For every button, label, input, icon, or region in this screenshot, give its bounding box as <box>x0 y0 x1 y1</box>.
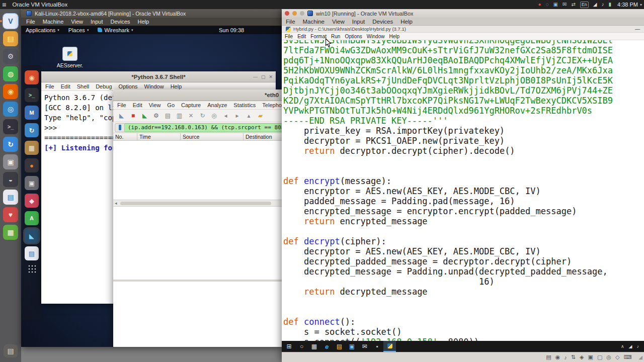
kali-clock[interactable]: Sun 09:38 <box>219 26 244 34</box>
status-keyboard-icon[interactable]: ⌨ <box>623 354 631 360</box>
tray-up-arrow-icon[interactable]: ∧ <box>621 344 624 349</box>
task-view-button[interactable]: ▦ <box>308 341 320 352</box>
horizontal-scrollbar[interactable]: ◂ <box>113 200 282 206</box>
status-mouse-icon[interactable]: ◇ <box>615 354 619 360</box>
reload-icon[interactable]: ↻ <box>197 111 208 121</box>
restart-capture-icon[interactable]: ◣ <box>139 111 150 121</box>
tray-network-icon[interactable]: ◢ <box>629 344 632 349</box>
wireshark-menu-go[interactable]: Go <box>167 102 175 108</box>
wireshark-menu-analyze[interactable]: Analyze <box>207 102 227 108</box>
idle-menu-help[interactable]: Help <box>389 34 399 39</box>
minimize-button[interactable]: — <box>635 26 640 32</box>
desktop-icon-aesserver[interactable]: AESserver. <box>50 47 90 68</box>
kali-dock-terminal[interactable]: >_ <box>25 88 39 102</box>
dock-app-green[interactable]: ◍ <box>3 66 18 81</box>
kali-dock-metasploit[interactable]: M <box>25 106 39 120</box>
kali-dock-app1[interactable]: ▣ <box>25 176 39 190</box>
wireshark-menu-view[interactable]: View <box>149 102 161 108</box>
activities-icon[interactable]: ▦ <box>2 2 7 7</box>
kali-dock-zap[interactable]: A <box>25 211 39 225</box>
kali-dock-wireshark[interactable]: ◣ <box>25 229 39 243</box>
kali-menu-machine[interactable]: Machine <box>43 19 64 25</box>
idle-menu-window[interactable]: Window <box>367 34 385 39</box>
idle-menu-options[interactable]: Options <box>345 34 362 39</box>
win10-window-titlebar[interactable]: win10 [Running] - Oracle VM VirtualBox <box>282 9 644 18</box>
win10-menu-input[interactable]: Input <box>352 19 365 25</box>
wireshark-menu-file[interactable]: File <box>117 102 126 108</box>
wireshark-menu-edit[interactable]: Edit <box>133 102 142 108</box>
dock-tools[interactable]: ⚙ <box>3 49 18 64</box>
packet-list[interactable] <box>113 141 282 200</box>
shell-menu-debug[interactable]: Debug <box>96 83 112 89</box>
go-forward-icon[interactable]: ▸ <box>232 111 243 121</box>
mail-indicator-icon[interactable]: ✉ <box>562 0 567 9</box>
find-packet-icon[interactable]: ◎ <box>209 111 219 121</box>
maximize-button[interactable] <box>300 11 304 16</box>
close-button[interactable] <box>285 11 289 16</box>
idle-menu-format[interactable]: Format <box>310 34 327 39</box>
dock-app-gray[interactable]: ▣ <box>3 154 18 169</box>
kali-dock-texteditor[interactable]: ▤ <box>25 246 39 260</box>
status-recording-icon[interactable]: ◎ <box>606 354 611 360</box>
network-icon[interactable]: ◢ <box>593 0 597 9</box>
shell-menu-file[interactable]: File <box>45 83 54 89</box>
shell-menu-edit[interactable]: Edit <box>61 83 70 89</box>
column-header-no[interactable]: No. <box>113 133 137 140</box>
idle-menu-run[interactable]: Run <box>331 34 340 39</box>
dock-files[interactable]: ▤ <box>3 31 18 46</box>
win10-menu-help[interactable]: Help <box>400 19 413 25</box>
dock-trash[interactable]: ▤ <box>4 344 18 357</box>
keyboard-layout-indicator[interactable]: En <box>580 2 589 8</box>
notification-icon[interactable]: ● <box>538 0 541 9</box>
app-icon[interactable]: ▪ <box>371 341 383 352</box>
kali-window-titlebar[interactable]: Kali-Linux-2018.2-vbox-amd64 [Running] -… <box>21 9 282 18</box>
win10-menu-machine[interactable]: Machine <box>303 19 325 25</box>
panel-places-menu[interactable]: Places▾ <box>64 26 94 34</box>
search-button[interactable]: ○ <box>295 341 308 352</box>
shell-menu-shell[interactable]: Shell <box>77 83 89 89</box>
panel-applications-menu[interactable]: Applications▾ <box>21 26 64 34</box>
status-sharedfolders-icon[interactable]: ▣ <box>588 354 593 360</box>
win10-menu-devices[interactable]: Devices <box>372 19 393 25</box>
shell-menu-help[interactable]: Help <box>171 83 182 89</box>
dock-firefox[interactable]: ◉ <box>3 84 18 99</box>
column-header-source[interactable]: Source <box>181 133 244 140</box>
indicator-icon-2[interactable]: ▣ <box>553 0 558 9</box>
close-file-icon[interactable]: ✕ <box>186 111 196 121</box>
dock-app-blue[interactable]: ◎ <box>3 102 18 117</box>
kali-menu-input[interactable]: Input <box>91 19 103 25</box>
edge-icon[interactable]: e <box>320 341 333 352</box>
dock-app-dark[interactable]: ◒ <box>3 172 18 187</box>
minimize-button[interactable]: — <box>253 74 258 79</box>
wireshark-menu-statistics[interactable]: Statistics <box>233 102 256 108</box>
panel-active-app-menu[interactable]: Wireshark▾ <box>93 26 137 34</box>
display-filter-input[interactable]: (ip.addr==192.168.0.163) && (tcp.srcport… <box>125 123 282 132</box>
dock-terminal[interactable]: >_ <box>3 119 18 134</box>
indicator-icon-1[interactable]: ◌ <box>546 0 549 9</box>
resize-grip-icon[interactable]: ◢ <box>638 354 642 360</box>
open-file-icon[interactable]: ▤ <box>163 111 173 121</box>
colorize-icon[interactable]: ▰ <box>255 111 266 121</box>
dock-writer[interactable]: ▤ <box>3 190 18 205</box>
kali-dock-cherrytree[interactable]: ↻ <box>25 123 39 137</box>
start-capture-icon[interactable]: ◣ <box>116 111 127 121</box>
wireshark-menu-telephony[interactable]: Telephony <box>262 102 282 108</box>
status-network-icon[interactable]: ⇅ <box>571 354 576 360</box>
status-hdd-icon[interactable]: ▤ <box>546 354 551 360</box>
status-audio-icon[interactable]: ♪ <box>564 354 567 360</box>
status-display-icon[interactable]: ▢ <box>597 354 602 360</box>
file-explorer-icon[interactable]: ▤ <box>333 341 346 352</box>
kali-menu-help[interactable]: Help <box>138 19 149 25</box>
capture-options-icon[interactable]: ⚙ <box>151 111 162 121</box>
wireshark-menu-capture[interactable]: Capture <box>181 102 201 108</box>
packet-bytes-pane[interactable] <box>113 280 282 347</box>
status-usb-icon[interactable]: ◈ <box>580 354 584 360</box>
dock-updater[interactable]: ↻ <box>3 137 18 152</box>
win10-menu-file[interactable]: File <box>286 19 295 25</box>
wireshark-titlebar[interactable]: *eth0 — ▢ ✕ <box>113 89 282 101</box>
kali-menu-devices[interactable]: Devices <box>110 19 130 25</box>
idle-python-icon[interactable] <box>383 341 396 352</box>
mail-icon[interactable]: ✉ <box>358 341 371 352</box>
host-clock[interactable]: 4:38 PM <box>617 2 638 8</box>
kali-dock-show-apps[interactable] <box>28 264 36 273</box>
